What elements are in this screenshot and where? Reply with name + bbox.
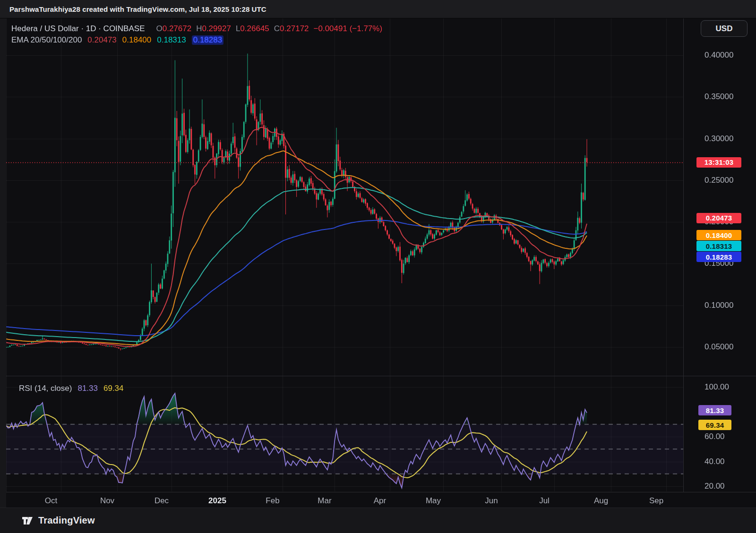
attribution-text: ParshwaTurakhiya28 created with TradingV… — [0, 5, 266, 13]
tradingview-logo-icon — [21, 515, 34, 527]
currency-toggle-button[interactable]: USD — [701, 20, 747, 37]
attribution-bar: ParshwaTurakhiya28 created with TradingV… — [0, 0, 756, 18]
left-margin — [0, 18, 6, 508]
chart-page: ParshwaTurakhiya28 created with TradingV… — [0, 0, 756, 533]
chart-canvas[interactable] — [0, 0, 756, 533]
footer-bar: TradingView — [0, 508, 756, 533]
brand-name[interactable]: TradingView — [38, 515, 95, 526]
